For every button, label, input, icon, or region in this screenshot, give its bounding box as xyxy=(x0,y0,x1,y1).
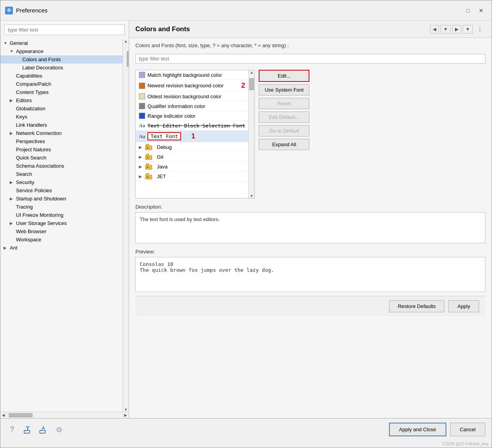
list-item-git[interactable]: ▶ a Git xyxy=(136,152,248,162)
forward-dropdown-button[interactable]: ▼ xyxy=(463,25,473,34)
scroll-left-arrow[interactable]: ◀ xyxy=(2,413,5,417)
right-panel-title: Colors and Fonts xyxy=(135,25,190,33)
tree-scroll-thumb[interactable] xyxy=(127,51,129,67)
folder-jet-icon: a xyxy=(145,173,153,179)
tree-item-globalization[interactable]: Globalization xyxy=(0,104,123,113)
expand-all-button[interactable]: Expand All xyxy=(259,139,309,150)
apply-and-close-button[interactable]: Apply and Close xyxy=(389,423,446,436)
tree-item-link-handlers[interactable]: Link Handlers xyxy=(0,121,123,129)
font-scroll-thumb[interactable] xyxy=(249,78,254,90)
expand-arrow-tr xyxy=(10,205,15,209)
font-scroll-down[interactable]: ▼ xyxy=(250,194,254,198)
right-header: Colors and Fonts ◀ ▼ ▶ ▼ ⋮ xyxy=(129,21,492,38)
tree-item-compare[interactable]: Compare/Patch xyxy=(0,80,123,88)
filter-description: Colors and Fonts (font, size, type, ? = … xyxy=(135,42,485,48)
tree-item-capabilities[interactable]: Capabilities xyxy=(0,72,123,80)
tree-search-input[interactable] xyxy=(4,25,125,35)
list-item-text-font[interactable]: Aa Text Font 1 xyxy=(136,131,248,142)
font-list-scrollbar[interactable]: ▲ ▼ xyxy=(248,70,254,198)
list-item-java[interactable]: ▶ a Java xyxy=(136,162,248,172)
tree-item-editors[interactable]: ▶ Editors xyxy=(0,96,123,104)
export-icon[interactable] xyxy=(22,424,33,435)
list-item[interactable]: Match highlight background color xyxy=(136,70,248,80)
go-to-default-button[interactable]: Go to Default xyxy=(259,125,309,136)
preview-section: Preview: Consolas 10 The quick brown fox… xyxy=(135,249,485,292)
expand-arrow-net: ▶ xyxy=(10,131,15,135)
reset-button[interactable]: Reset xyxy=(259,98,309,109)
font-filter-input[interactable] xyxy=(135,54,485,64)
tree-item-network[interactable]: ▶ Network Connection xyxy=(0,129,123,137)
tree-item-perspectives[interactable]: Perspectives xyxy=(0,137,123,145)
expand-arrow-cap xyxy=(10,74,15,78)
preview-box: Consolas 10 The quick brown fox jumps ov… xyxy=(135,257,485,292)
tree-item-appearance[interactable]: ▼ Appearance xyxy=(0,47,123,55)
back-button[interactable]: ◀ xyxy=(430,25,439,34)
forward-button[interactable]: ▶ xyxy=(452,25,461,34)
tree-item-content-types[interactable]: Content Types xyxy=(0,88,123,96)
list-item[interactable]: Aa Text Editor Block Selection Font xyxy=(136,121,248,131)
list-item[interactable]: Range indicator color xyxy=(136,111,248,121)
tree-item-workspace[interactable]: Workspace xyxy=(0,236,123,244)
back-dropdown-button[interactable]: ▼ xyxy=(440,25,451,34)
tree-item-schema[interactable]: Schema Associations xyxy=(0,162,123,170)
expand-arrow-appearance: ▼ xyxy=(10,49,15,53)
apply-button[interactable]: Apply xyxy=(448,300,479,312)
tree-item-label-decorations[interactable]: Label Decorations xyxy=(0,64,123,72)
tree-item-colors-fonts[interactable]: Colors and Fonts xyxy=(0,55,123,64)
settings-icon[interactable]: ⊙ xyxy=(53,424,64,435)
expand-arrow-pn xyxy=(10,147,15,152)
tree-scrollbar[interactable]: ▲ ▼ xyxy=(123,39,129,412)
title-bar: ⚙ Preferences □ ✕ xyxy=(0,0,492,21)
expand-arrow-label xyxy=(16,66,21,70)
tree-item-tracing[interactable]: Tracing xyxy=(0,203,123,211)
color-swatch xyxy=(139,83,145,89)
font-list-area: Match highlight background color Newest … xyxy=(135,70,485,198)
restore-defaults-button[interactable]: Restore Defaults xyxy=(389,300,445,312)
list-item[interactable]: Newest revision background color 2 xyxy=(136,80,248,92)
scroll-right-arrow[interactable]: ▶ xyxy=(124,413,127,417)
expand-arrow-glob xyxy=(10,106,15,111)
tree-item-ant[interactable]: ▶ Ant xyxy=(0,244,123,252)
horizontal-scrollbar[interactable]: ◀ ▶ xyxy=(0,412,129,418)
tree-item-ui-freeze[interactable]: UI Freeze Monitoring xyxy=(0,211,123,219)
tree-item-service-policies[interactable]: Service Policies xyxy=(0,186,123,195)
edit-button[interactable]: Edit... xyxy=(259,70,309,82)
tree-item-quick-search[interactable]: Quick Search xyxy=(0,154,123,162)
list-item-jet[interactable]: ▶ a JET xyxy=(136,172,248,181)
left-panel: ▼ General ▼ Appearance Colors and Fonts xyxy=(0,21,129,418)
help-icon[interactable]: ? xyxy=(7,424,18,435)
expand-arrow-keys xyxy=(10,115,15,119)
folder-java-icon: a xyxy=(145,163,153,170)
right-body: Colors and Fonts (font, size, type, ? = … xyxy=(129,38,492,418)
scroll-up-arrow[interactable]: ▲ xyxy=(124,39,128,43)
cancel-button[interactable]: Cancel xyxy=(450,423,485,436)
nav-buttons: ◀ ▼ ▶ ▼ ⋮ xyxy=(430,25,485,34)
list-item-debug[interactable]: ▶ a Debug xyxy=(136,142,248,152)
list-item[interactable]: Qualifier information color xyxy=(136,101,248,111)
font-scroll-up[interactable]: ▲ xyxy=(250,70,254,74)
expand-arrow-general: ▼ xyxy=(4,41,9,45)
close-button[interactable]: ✕ xyxy=(475,6,487,15)
edit-default-button[interactable]: Edit Default... xyxy=(259,112,309,123)
color-swatch xyxy=(139,72,145,78)
tree-item-user-storage[interactable]: ▶ User Storage Services xyxy=(0,219,123,227)
scroll-down-arrow[interactable]: ▼ xyxy=(124,407,128,412)
import-icon[interactable] xyxy=(38,424,49,435)
tree-item-keys[interactable]: Keys xyxy=(0,113,123,121)
tree-item-search[interactable]: Search xyxy=(0,170,123,178)
preview-label: Preview: xyxy=(135,249,485,255)
tree-item-security[interactable]: ▶ Security xyxy=(0,178,123,186)
more-options-button[interactable]: ⋮ xyxy=(474,25,485,34)
maximize-button[interactable]: □ xyxy=(462,6,474,15)
use-system-font-button[interactable]: Use System Font xyxy=(259,84,309,96)
expand-arrow-debug: ▶ xyxy=(139,145,142,149)
horiz-scroll-thumb[interactable] xyxy=(9,413,32,417)
list-item[interactable]: Oldest revision background color xyxy=(136,92,248,101)
font-list: Match highlight background color Newest … xyxy=(136,70,248,198)
tree-item-startup[interactable]: ▶ Startup and Shutdown xyxy=(0,195,123,203)
font-action-buttons: Edit... Use System Font Reset Edit Defau… xyxy=(259,70,309,198)
color-swatch xyxy=(139,93,145,99)
tree-item-project-natures[interactable]: Project Natures xyxy=(0,145,123,154)
tree-item-web-browser[interactable]: Web Browser xyxy=(0,227,123,236)
tree-item-general[interactable]: ▼ General xyxy=(0,39,123,47)
